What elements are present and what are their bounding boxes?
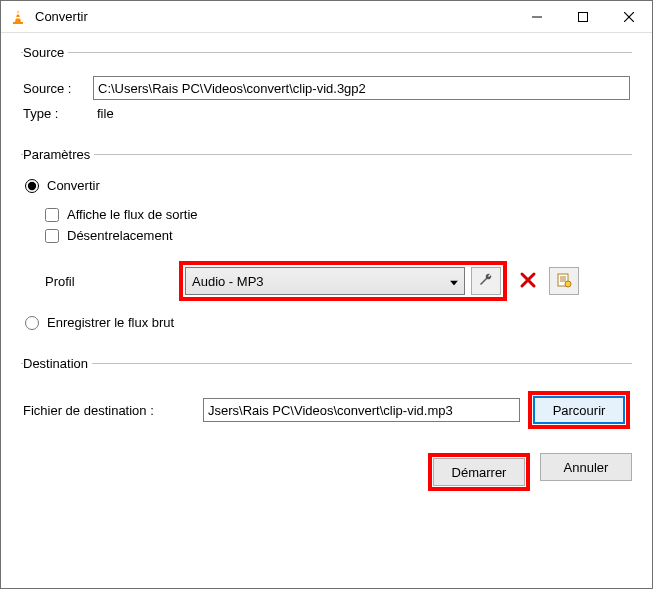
convert-dialog: Convertir Source Source : Type : file [0, 0, 653, 589]
destination-file-label: Fichier de destination : [23, 403, 203, 418]
destination-file-input[interactable] [203, 398, 520, 422]
profile-value: Audio - MP3 [192, 274, 264, 289]
new-profile-icon [556, 272, 572, 291]
deinterlace-checkbox[interactable] [45, 229, 59, 243]
dialog-content: Source Source : Type : file Paramètres C… [1, 33, 652, 588]
svg-rect-5 [579, 12, 588, 21]
profile-dropdown[interactable]: Audio - MP3 [185, 267, 465, 295]
convert-radio[interactable] [25, 179, 39, 193]
deinterlace-label: Désentrelacement [67, 228, 173, 243]
browse-highlight: Parcourir [528, 391, 630, 429]
cancel-label: Annuler [564, 460, 609, 475]
svg-marker-0 [15, 10, 21, 22]
source-legend: Source [23, 45, 68, 60]
start-button[interactable]: Démarrer [433, 458, 525, 486]
cancel-button[interactable]: Annuler [540, 453, 632, 481]
type-label: Type : [23, 106, 93, 121]
display-output-checkbox[interactable] [45, 208, 59, 222]
svg-marker-8 [450, 281, 458, 286]
window-controls [514, 1, 652, 32]
source-label: Source : [23, 81, 93, 96]
start-highlight: Démarrer [428, 453, 530, 491]
dialog-footer: Démarrer Annuler [21, 447, 632, 491]
chevron-down-icon [450, 274, 458, 289]
new-profile-button[interactable] [549, 267, 579, 295]
svg-rect-2 [16, 17, 21, 19]
profile-label: Profil [45, 274, 179, 289]
dump-raw-radio[interactable] [25, 316, 39, 330]
close-button[interactable] [606, 1, 652, 32]
display-output-label: Affiche le flux de sortie [67, 207, 198, 222]
source-group: Source Source : Type : file [21, 45, 632, 133]
minimize-button[interactable] [514, 1, 560, 32]
delete-icon [519, 271, 537, 292]
destination-legend: Destination [23, 356, 92, 371]
svg-rect-3 [13, 22, 23, 24]
wrench-icon [478, 272, 494, 291]
maximize-button[interactable] [560, 1, 606, 32]
svg-point-15 [565, 281, 571, 287]
type-value: file [97, 106, 114, 121]
edit-profile-button[interactable] [471, 267, 501, 295]
start-label: Démarrer [452, 465, 507, 480]
source-input[interactable] [93, 76, 630, 100]
window-title: Convertir [35, 9, 514, 24]
delete-profile-button[interactable] [513, 267, 543, 295]
dump-raw-label: Enregistrer le flux brut [47, 315, 174, 330]
titlebar: Convertir [1, 1, 652, 33]
destination-group: Destination Fichier de destination : Par… [21, 356, 632, 439]
settings-legend: Paramètres [23, 147, 94, 162]
profile-highlight: Audio - MP3 [179, 261, 507, 301]
browse-label: Parcourir [553, 403, 606, 418]
convert-radio-label: Convertir [47, 178, 100, 193]
svg-rect-1 [16, 13, 20, 15]
browse-button[interactable]: Parcourir [533, 396, 625, 424]
settings-group: Paramètres Convertir Affiche le flux de … [21, 147, 632, 342]
vlc-cone-icon [9, 8, 27, 26]
